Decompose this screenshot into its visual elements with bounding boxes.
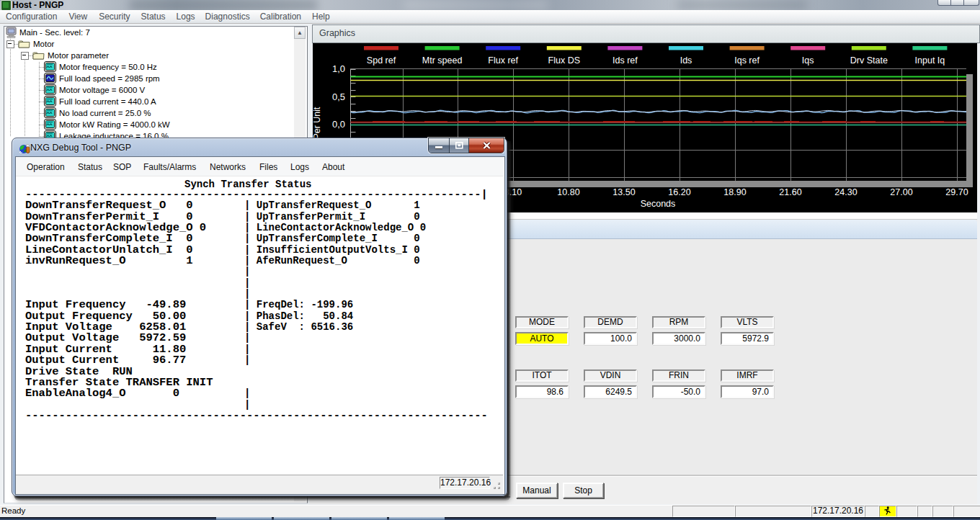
svg-text:Flux ref: Flux ref bbox=[488, 55, 518, 66]
svg-text:Spd ref: Spd ref bbox=[367, 55, 396, 66]
svg-text:Ids: Ids bbox=[680, 55, 692, 66]
svg-text:10.80: 10.80 bbox=[557, 187, 579, 197]
svg-text:16.20: 16.20 bbox=[668, 187, 690, 197]
svg-text:Flux DS: Flux DS bbox=[548, 55, 580, 66]
svg-text:1,0: 1,0 bbox=[332, 63, 345, 74]
svg-text:Input Iq: Input Iq bbox=[915, 55, 945, 66]
svg-text:Mtr speed: Mtr speed bbox=[422, 55, 463, 66]
svg-text:13.50: 13.50 bbox=[612, 187, 635, 197]
svg-text:29.70: 29.70 bbox=[945, 187, 968, 197]
svg-text:18.90: 18.90 bbox=[723, 187, 746, 197]
svg-text:27.00: 27.00 bbox=[890, 187, 912, 197]
svg-text:Per Unit: Per Unit bbox=[313, 107, 322, 140]
svg-text:Drv State: Drv State bbox=[850, 55, 888, 66]
svg-text:24.30: 24.30 bbox=[834, 187, 857, 197]
svg-text:Ids ref: Ids ref bbox=[612, 55, 638, 66]
svg-text:Iqs ref: Iqs ref bbox=[734, 55, 760, 66]
svg-text:Iqs: Iqs bbox=[802, 55, 814, 66]
svg-text:21.60: 21.60 bbox=[779, 187, 801, 197]
svg-text:0,5: 0,5 bbox=[332, 91, 345, 102]
svg-text:Seconds: Seconds bbox=[641, 199, 676, 209]
svg-text:0,0: 0,0 bbox=[332, 119, 345, 130]
